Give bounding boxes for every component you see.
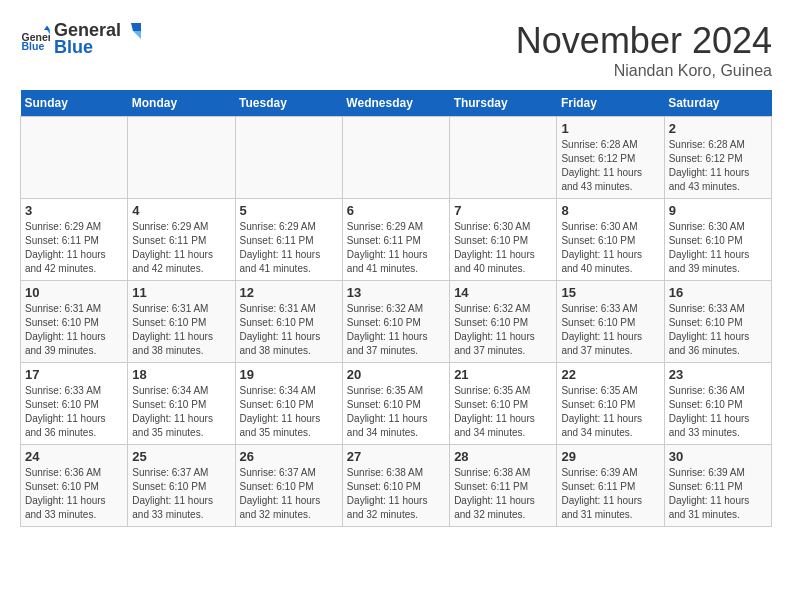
- header: General Blue General Blue November 2024 …: [20, 20, 772, 80]
- day-info: Sunrise: 6:32 AMSunset: 6:10 PMDaylight:…: [347, 302, 445, 358]
- calendar-week-3: 17Sunrise: 6:33 AMSunset: 6:10 PMDayligh…: [21, 363, 772, 445]
- svg-text:Blue: Blue: [22, 40, 45, 52]
- day-info: Sunrise: 6:38 AMSunset: 6:11 PMDaylight:…: [454, 466, 552, 522]
- calendar-cell: 14Sunrise: 6:32 AMSunset: 6:10 PMDayligh…: [450, 281, 557, 363]
- day-info: Sunrise: 6:29 AMSunset: 6:11 PMDaylight:…: [240, 220, 338, 276]
- day-number: 4: [132, 203, 230, 218]
- day-info: Sunrise: 6:29 AMSunset: 6:11 PMDaylight:…: [25, 220, 123, 276]
- day-info: Sunrise: 6:33 AMSunset: 6:10 PMDaylight:…: [669, 302, 767, 358]
- calendar-cell: [450, 117, 557, 199]
- day-number: 3: [25, 203, 123, 218]
- day-info: Sunrise: 6:30 AMSunset: 6:10 PMDaylight:…: [454, 220, 552, 276]
- day-info: Sunrise: 6:34 AMSunset: 6:10 PMDaylight:…: [132, 384, 230, 440]
- calendar-cell: [235, 117, 342, 199]
- calendar-cell: 24Sunrise: 6:36 AMSunset: 6:10 PMDayligh…: [21, 445, 128, 527]
- day-number: 30: [669, 449, 767, 464]
- day-info: Sunrise: 6:28 AMSunset: 6:12 PMDaylight:…: [669, 138, 767, 194]
- day-number: 2: [669, 121, 767, 136]
- calendar-cell: 19Sunrise: 6:34 AMSunset: 6:10 PMDayligh…: [235, 363, 342, 445]
- day-number: 23: [669, 367, 767, 382]
- calendar-cell: 30Sunrise: 6:39 AMSunset: 6:11 PMDayligh…: [664, 445, 771, 527]
- calendar-cell: 20Sunrise: 6:35 AMSunset: 6:10 PMDayligh…: [342, 363, 449, 445]
- logo-icon: General Blue: [20, 24, 50, 54]
- svg-marker-2: [44, 26, 50, 31]
- day-info: Sunrise: 6:39 AMSunset: 6:11 PMDaylight:…: [561, 466, 659, 522]
- day-info: Sunrise: 6:34 AMSunset: 6:10 PMDaylight:…: [240, 384, 338, 440]
- day-number: 7: [454, 203, 552, 218]
- column-header-saturday: Saturday: [664, 90, 771, 117]
- calendar-cell: 22Sunrise: 6:35 AMSunset: 6:10 PMDayligh…: [557, 363, 664, 445]
- svg-marker-4: [131, 23, 141, 31]
- day-info: Sunrise: 6:29 AMSunset: 6:11 PMDaylight:…: [347, 220, 445, 276]
- day-info: Sunrise: 6:38 AMSunset: 6:10 PMDaylight:…: [347, 466, 445, 522]
- logo: General Blue General Blue: [20, 20, 143, 58]
- calendar-cell: 10Sunrise: 6:31 AMSunset: 6:10 PMDayligh…: [21, 281, 128, 363]
- day-info: Sunrise: 6:29 AMSunset: 6:11 PMDaylight:…: [132, 220, 230, 276]
- calendar-cell: 21Sunrise: 6:35 AMSunset: 6:10 PMDayligh…: [450, 363, 557, 445]
- calendar-cell: 12Sunrise: 6:31 AMSunset: 6:10 PMDayligh…: [235, 281, 342, 363]
- day-info: Sunrise: 6:35 AMSunset: 6:10 PMDaylight:…: [561, 384, 659, 440]
- calendar-cell: 15Sunrise: 6:33 AMSunset: 6:10 PMDayligh…: [557, 281, 664, 363]
- column-header-sunday: Sunday: [21, 90, 128, 117]
- day-number: 26: [240, 449, 338, 464]
- day-number: 17: [25, 367, 123, 382]
- svg-marker-5: [133, 31, 141, 39]
- day-number: 6: [347, 203, 445, 218]
- calendar-cell: 8Sunrise: 6:30 AMSunset: 6:10 PMDaylight…: [557, 199, 664, 281]
- column-header-thursday: Thursday: [450, 90, 557, 117]
- day-number: 16: [669, 285, 767, 300]
- column-header-wednesday: Wednesday: [342, 90, 449, 117]
- day-number: 14: [454, 285, 552, 300]
- column-header-tuesday: Tuesday: [235, 90, 342, 117]
- day-number: 5: [240, 203, 338, 218]
- day-number: 13: [347, 285, 445, 300]
- calendar-cell: 4Sunrise: 6:29 AMSunset: 6:11 PMDaylight…: [128, 199, 235, 281]
- calendar-cell: 2Sunrise: 6:28 AMSunset: 6:12 PMDaylight…: [664, 117, 771, 199]
- calendar-table: SundayMondayTuesdayWednesdayThursdayFrid…: [20, 90, 772, 527]
- calendar-cell: 16Sunrise: 6:33 AMSunset: 6:10 PMDayligh…: [664, 281, 771, 363]
- day-number: 10: [25, 285, 123, 300]
- day-number: 27: [347, 449, 445, 464]
- title-section: November 2024 Niandan Koro, Guinea: [516, 20, 772, 80]
- day-number: 20: [347, 367, 445, 382]
- calendar-cell: 6Sunrise: 6:29 AMSunset: 6:11 PMDaylight…: [342, 199, 449, 281]
- day-number: 24: [25, 449, 123, 464]
- calendar-cell: 7Sunrise: 6:30 AMSunset: 6:10 PMDaylight…: [450, 199, 557, 281]
- calendar-header-row: SundayMondayTuesdayWednesdayThursdayFrid…: [21, 90, 772, 117]
- day-number: 9: [669, 203, 767, 218]
- calendar-cell: 1Sunrise: 6:28 AMSunset: 6:12 PMDaylight…: [557, 117, 664, 199]
- day-info: Sunrise: 6:35 AMSunset: 6:10 PMDaylight:…: [347, 384, 445, 440]
- calendar-cell: [342, 117, 449, 199]
- day-info: Sunrise: 6:37 AMSunset: 6:10 PMDaylight:…: [132, 466, 230, 522]
- day-number: 11: [132, 285, 230, 300]
- column-header-monday: Monday: [128, 90, 235, 117]
- day-info: Sunrise: 6:39 AMSunset: 6:11 PMDaylight:…: [669, 466, 767, 522]
- calendar-cell: [128, 117, 235, 199]
- day-info: Sunrise: 6:35 AMSunset: 6:10 PMDaylight:…: [454, 384, 552, 440]
- column-header-friday: Friday: [557, 90, 664, 117]
- calendar-cell: 13Sunrise: 6:32 AMSunset: 6:10 PMDayligh…: [342, 281, 449, 363]
- day-info: Sunrise: 6:32 AMSunset: 6:10 PMDaylight:…: [454, 302, 552, 358]
- calendar-cell: 11Sunrise: 6:31 AMSunset: 6:10 PMDayligh…: [128, 281, 235, 363]
- day-number: 15: [561, 285, 659, 300]
- day-number: 19: [240, 367, 338, 382]
- calendar-cell: 29Sunrise: 6:39 AMSunset: 6:11 PMDayligh…: [557, 445, 664, 527]
- day-info: Sunrise: 6:37 AMSunset: 6:10 PMDaylight:…: [240, 466, 338, 522]
- day-number: 29: [561, 449, 659, 464]
- day-info: Sunrise: 6:31 AMSunset: 6:10 PMDaylight:…: [25, 302, 123, 358]
- calendar-week-0: 1Sunrise: 6:28 AMSunset: 6:12 PMDaylight…: [21, 117, 772, 199]
- calendar-cell: [21, 117, 128, 199]
- logo-arrow-icon: [123, 21, 143, 41]
- day-number: 18: [132, 367, 230, 382]
- calendar-body: 1Sunrise: 6:28 AMSunset: 6:12 PMDaylight…: [21, 117, 772, 527]
- day-number: 12: [240, 285, 338, 300]
- day-info: Sunrise: 6:31 AMSunset: 6:10 PMDaylight:…: [132, 302, 230, 358]
- day-info: Sunrise: 6:33 AMSunset: 6:10 PMDaylight:…: [561, 302, 659, 358]
- day-info: Sunrise: 6:36 AMSunset: 6:10 PMDaylight:…: [25, 466, 123, 522]
- day-info: Sunrise: 6:28 AMSunset: 6:12 PMDaylight:…: [561, 138, 659, 194]
- calendar-cell: 5Sunrise: 6:29 AMSunset: 6:11 PMDaylight…: [235, 199, 342, 281]
- calendar-cell: 17Sunrise: 6:33 AMSunset: 6:10 PMDayligh…: [21, 363, 128, 445]
- day-number: 25: [132, 449, 230, 464]
- calendar-cell: 3Sunrise: 6:29 AMSunset: 6:11 PMDaylight…: [21, 199, 128, 281]
- calendar-cell: 25Sunrise: 6:37 AMSunset: 6:10 PMDayligh…: [128, 445, 235, 527]
